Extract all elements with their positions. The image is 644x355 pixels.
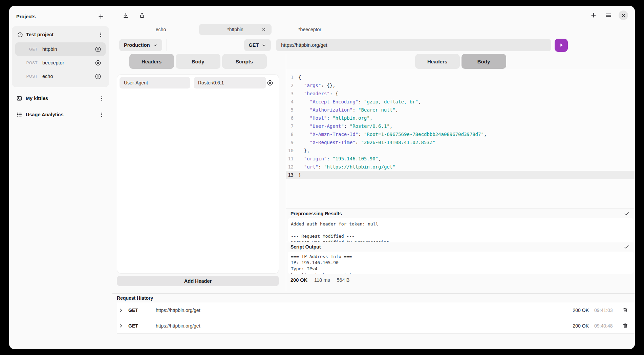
line-number: 13 (286, 171, 298, 179)
expand-row-button[interactable] (117, 323, 124, 328)
app-menu-button[interactable] (604, 11, 613, 20)
panel-tab[interactable]: Headers (129, 54, 174, 69)
output-line: Added auth header for token: null (288, 221, 634, 227)
url-input[interactable] (276, 39, 551, 51)
request-tab[interactable]: echo (125, 24, 197, 35)
remove-request-button[interactable] (94, 45, 102, 53)
code-line: 6 "Host": "httpbin.org", (286, 114, 635, 122)
status-code: 200 OK (291, 277, 307, 283)
circle-x-icon (95, 73, 101, 80)
response-body-editor[interactable]: 1 { 2 "args": {}, 3 "headers": { 4 "Acce… (286, 69, 635, 209)
environment-dropdown[interactable]: Production (119, 39, 162, 51)
panel-tab[interactable]: Body (176, 54, 220, 69)
project-request-list: GET httpbin POST beeceptor POST echo (15, 42, 106, 83)
send-request-button[interactable] (555, 39, 568, 52)
response-panel: HeadersBody 1 { 2 "args": {}, 3 "headers… (286, 54, 635, 291)
line-number: 9 (286, 138, 298, 146)
header-key-input[interactable] (120, 77, 190, 88)
section-menu-button[interactable] (98, 95, 105, 102)
projects-title: Projects (16, 14, 36, 19)
export-button[interactable] (137, 11, 147, 20)
circle-x-icon (95, 46, 101, 53)
code-line: 2 "args": {}, (286, 81, 635, 90)
close-tab-button[interactable] (261, 26, 267, 33)
list-icon (16, 112, 22, 118)
history-status: 200 OK (573, 308, 589, 313)
delete-history-button[interactable] (621, 307, 629, 314)
remove-request-button[interactable] (94, 59, 102, 66)
import-button[interactable] (121, 11, 130, 20)
history-method: GET (128, 323, 144, 329)
chevron-down-icon (153, 43, 157, 47)
history-url: https://httpbin.org/get (156, 308, 200, 313)
code-text: "args": {}, (298, 81, 336, 90)
request-history: Request History GET https://httpbin.org/… (112, 293, 635, 334)
add-header-button[interactable]: Add Header (117, 276, 279, 286)
panel-tab[interactable]: Scripts (222, 54, 267, 69)
history-row[interactable]: GET https://httpbin.org/get 200 OK 09:41… (117, 302, 635, 318)
header-row (120, 77, 276, 88)
code-text: }, (298, 146, 310, 155)
method-label: GET (249, 42, 259, 48)
output-line: Location lookup complete (288, 272, 634, 274)
code-line: 9 "X-Request-Time": "2026-01-14T08:41:02… (286, 138, 635, 146)
history-row[interactable]: GET https://httpbin.org/get 200 OK 09:40… (117, 318, 635, 334)
preprocessing-section: Preprocessing Results Added auth header … (286, 209, 635, 242)
code-line: 7 "User-Agent": "Roster/0.6.1", (286, 122, 635, 130)
request-tab[interactable]: *httpbin (199, 24, 272, 35)
tab-strip: echo *httpbin *beeceptor (112, 23, 635, 36)
project-group-header[interactable]: Test project (15, 29, 106, 40)
sidebar-section[interactable]: My kitties (9, 93, 112, 103)
request-panel: HeadersBodyScripts Add Header (112, 54, 286, 291)
sidebar-request-item[interactable]: GET httpbin (15, 42, 106, 56)
expand-row-button[interactable] (117, 308, 124, 313)
sidebar-request-item[interactable]: POST echo (15, 70, 106, 83)
method-dropdown[interactable]: GET (244, 39, 271, 51)
code-line: 13 } (286, 171, 635, 179)
chevron-down-icon (262, 43, 266, 47)
project-menu-button[interactable] (97, 31, 104, 38)
code-line: 12 "url": "https://httpbin.org/get" (286, 163, 635, 171)
trash-icon (622, 307, 628, 313)
history-method: GET (128, 308, 144, 313)
sidebar-request-item[interactable]: POST beeceptor (15, 56, 106, 70)
preprocessing-output: Added auth header for token: null --- Re… (288, 218, 634, 242)
delete-history-button[interactable] (621, 322, 629, 330)
output-line: --- Request Modified --- (288, 233, 634, 239)
check-icon (624, 244, 629, 250)
trash-icon (622, 323, 628, 329)
add-project-button[interactable] (96, 12, 106, 21)
remove-header-button[interactable] (266, 79, 274, 86)
code-line: 1 { (286, 73, 635, 81)
section-menu-button[interactable] (98, 111, 105, 118)
code-line: 10 }, (286, 146, 635, 155)
line-number: 6 (286, 114, 298, 122)
remove-request-button[interactable] (94, 73, 102, 80)
main-area: echo *httpbin *beeceptor Production GET (112, 6, 635, 349)
sidebar-sections: My kitties Usage Analytics (9, 93, 112, 120)
code-line: 11 "origin": "195.146.105.90", (286, 155, 635, 163)
panel-tab[interactable]: Headers (415, 54, 460, 69)
code-line: 5 "Authorization": "Bearer null", (286, 106, 635, 114)
kebab-icon (99, 96, 105, 101)
circle-x-icon (95, 60, 101, 66)
kebab-icon (99, 112, 105, 118)
request-history-rows: GET https://httpbin.org/get 200 OK 09:41… (117, 302, 635, 334)
line-number: 1 (286, 73, 298, 81)
header-value-input[interactable] (194, 77, 266, 88)
output-line (288, 227, 634, 233)
code-line: 3 "headers": { (286, 90, 635, 98)
new-tab-button[interactable] (589, 11, 598, 20)
line-number: 4 (286, 98, 298, 106)
script-output-section: Script Output === IP Address Info ===IP:… (286, 242, 635, 274)
response-size: 564 B (337, 277, 349, 283)
close-icon (262, 27, 266, 32)
kebab-icon (98, 32, 104, 38)
history-status: 200 OK (573, 323, 589, 329)
divider (167, 39, 167, 51)
chevron-right-icon (119, 308, 123, 313)
panel-tab[interactable]: Body (461, 54, 506, 69)
window-close-button[interactable] (619, 11, 628, 20)
request-tab[interactable]: *beeceptor (274, 24, 346, 35)
sidebar-section[interactable]: Usage Analytics (9, 110, 112, 120)
